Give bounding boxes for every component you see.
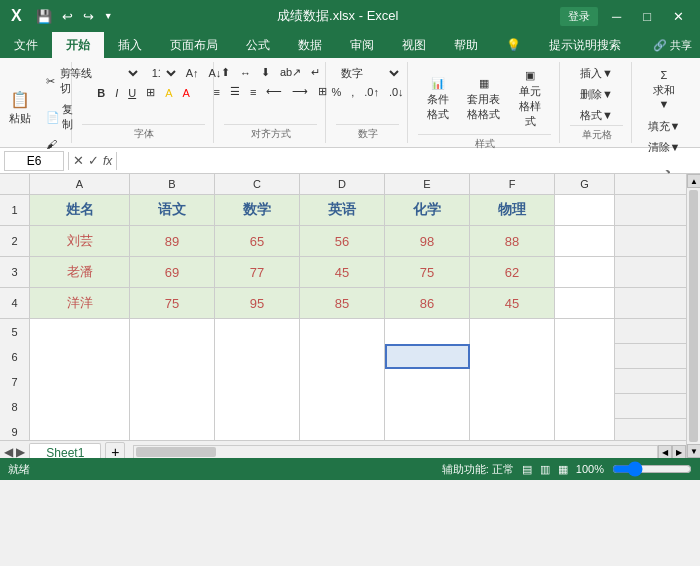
cell-d1[interactable]: 英语 — [300, 195, 385, 225]
cell-d5[interactable] — [300, 319, 385, 344]
paste-button[interactable]: 📋 粘贴 — [0, 85, 40, 131]
cell-b7[interactable] — [130, 369, 215, 394]
cell-f7[interactable] — [470, 369, 555, 394]
cell-f1[interactable]: 物理 — [470, 195, 555, 225]
font-color-button[interactable]: A — [178, 85, 193, 101]
table-format-button[interactable]: ▦ 套用表格格式 — [460, 72, 507, 127]
cell-f8[interactable] — [470, 394, 555, 419]
cell-d7[interactable] — [300, 369, 385, 394]
minimize-button[interactable]: ─ — [604, 7, 629, 26]
number-format-select[interactable]: 数字 — [333, 64, 403, 82]
login-button[interactable]: 登录 — [560, 7, 598, 26]
cell-d4[interactable]: 85 — [300, 288, 385, 318]
tab-data[interactable]: 数据 — [284, 32, 336, 58]
cell-d8[interactable] — [300, 394, 385, 419]
undo-icon[interactable]: ↩ — [59, 7, 76, 26]
view-normal-btn[interactable]: ▤ — [522, 463, 532, 476]
cell-styles-button[interactable]: ▣ 单元格样式 — [509, 64, 551, 134]
cell-g3[interactable] — [555, 257, 615, 287]
fill-button[interactable]: 填充▼ — [644, 117, 685, 136]
zoom-slider[interactable] — [612, 462, 692, 476]
cell-a3[interactable]: 老潘 — [30, 257, 130, 287]
cell-g1[interactable] — [555, 195, 615, 225]
conditional-format-button[interactable]: 📊 条件格式 — [418, 72, 458, 127]
formula-input[interactable] — [121, 152, 696, 170]
tab-insert[interactable]: 插入 — [104, 32, 156, 58]
cell-e8[interactable] — [385, 394, 470, 419]
align-top-button[interactable]: ⬆ — [217, 64, 234, 81]
cell-b2[interactable]: 89 — [130, 226, 215, 256]
insert-cell-button[interactable]: 插入▼ — [576, 64, 617, 83]
percent-button[interactable]: % — [327, 84, 345, 100]
h-scroll-right[interactable]: ▶ — [672, 445, 686, 458]
cell-c4[interactable]: 95 — [215, 288, 300, 318]
cell-e6[interactable] — [385, 344, 470, 369]
sheet-tab-sheet1[interactable]: Sheet1 — [29, 443, 101, 459]
cell-b4[interactable]: 75 — [130, 288, 215, 318]
cell-f2[interactable]: 88 — [470, 226, 555, 256]
font-name-select[interactable]: 等线 — [62, 64, 142, 82]
delete-cell-button[interactable]: 删除▼ — [576, 85, 617, 104]
cell-a4[interactable]: 洋洋 — [30, 288, 130, 318]
border-button[interactable]: ⊞ — [142, 84, 159, 101]
cell-c3[interactable]: 77 — [215, 257, 300, 287]
cell-f5[interactable] — [470, 319, 555, 344]
close-button[interactable]: ✕ — [665, 7, 692, 26]
align-right-button[interactable]: ≡ — [246, 84, 260, 100]
align-center-button[interactable]: ☰ — [226, 83, 244, 100]
cell-e4[interactable]: 86 — [385, 288, 470, 318]
tab-review[interactable]: 审阅 — [336, 32, 388, 58]
cell-f6[interactable] — [470, 344, 555, 369]
fx-label[interactable]: fx — [103, 154, 112, 168]
tab-view[interactable]: 视图 — [388, 32, 440, 58]
autosum-button[interactable]: Σ 求和▼ — [642, 64, 686, 115]
tab-formulas[interactable]: 公式 — [232, 32, 284, 58]
tab-pagelayout[interactable]: 页面布局 — [156, 32, 232, 58]
format-cell-button[interactable]: 格式▼ — [576, 106, 617, 125]
tab-home[interactable]: 开始 — [52, 32, 104, 58]
cell-g6[interactable] — [555, 344, 615, 369]
cell-g8[interactable] — [555, 394, 615, 419]
cell-c8[interactable] — [215, 394, 300, 419]
cell-c6[interactable] — [215, 344, 300, 369]
cell-f3[interactable]: 62 — [470, 257, 555, 287]
decrease-decimal-button[interactable]: .0↓ — [385, 84, 408, 100]
cell-e1[interactable]: 化学 — [385, 195, 470, 225]
cell-d6[interactable] — [300, 344, 385, 369]
view-break-btn[interactable]: ▦ — [558, 463, 568, 476]
cell-d3[interactable]: 45 — [300, 257, 385, 287]
increase-decimal-button[interactable]: .0↑ — [360, 84, 383, 100]
cell-e7[interactable] — [385, 369, 470, 394]
font-size-select[interactable]: 11 — [144, 64, 180, 82]
cell-a2[interactable]: 刘芸 — [30, 226, 130, 256]
cell-b6[interactable] — [130, 344, 215, 369]
v-scroll-up[interactable]: ▲ — [687, 174, 700, 188]
cell-c7[interactable] — [215, 369, 300, 394]
cell-f4[interactable]: 45 — [470, 288, 555, 318]
share-button[interactable]: 🔗 共享 — [653, 38, 692, 53]
cell-b3[interactable]: 69 — [130, 257, 215, 287]
decrease-indent-button[interactable]: ⟵ — [262, 83, 286, 100]
redo-icon[interactable]: ↪ — [80, 7, 97, 26]
cell-b5[interactable] — [130, 319, 215, 344]
cell-a8[interactable] — [30, 394, 130, 419]
cell-b8[interactable] — [130, 394, 215, 419]
cell-a6[interactable] — [30, 344, 130, 369]
cancel-icon[interactable]: ✕ — [73, 153, 84, 168]
underline-button[interactable]: U — [124, 85, 140, 101]
v-scroll-thumb[interactable] — [689, 190, 698, 442]
cell-g5[interactable] — [555, 319, 615, 344]
orientation-button[interactable]: ab↗ — [276, 64, 305, 81]
tab-lightbulb[interactable]: 💡 — [492, 32, 535, 58]
view-layout-btn[interactable]: ▥ — [540, 463, 550, 476]
fill-color-button[interactable]: A — [161, 85, 176, 101]
h-scrollbar[interactable] — [133, 445, 658, 458]
cell-reference-input[interactable]: E6 — [4, 151, 64, 171]
cell-e3[interactable]: 75 — [385, 257, 470, 287]
add-sheet-button[interactable]: + — [105, 442, 125, 458]
v-scrollbar[interactable]: ▲ ▼ — [686, 174, 700, 458]
comma-button[interactable]: , — [347, 84, 358, 100]
bold-button[interactable]: B — [93, 85, 109, 101]
h-scroll-left[interactable]: ◀ — [658, 445, 672, 458]
tab-help[interactable]: 帮助 — [440, 32, 492, 58]
